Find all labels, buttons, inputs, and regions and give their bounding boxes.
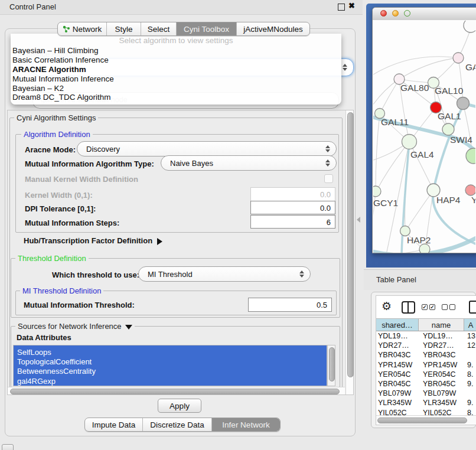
aracne-mode-combobox[interactable]: Discovery xyxy=(77,141,337,156)
tab-network[interactable]: Network xyxy=(58,22,106,35)
close-traffic-light-icon[interactable] xyxy=(380,10,387,17)
node-gcy1[interactable] xyxy=(373,186,381,197)
node-swi4[interactable] xyxy=(442,123,454,135)
list-item[interactable]: TopologicalCoefficient xyxy=(14,357,327,367)
which-threshold-combobox[interactable]: MI Threshold xyxy=(138,266,311,282)
scrollbar-thumb[interactable] xyxy=(377,418,467,423)
list-item[interactable]: BetweennessCentrality xyxy=(14,367,327,376)
node-hap2[interactable] xyxy=(400,226,410,236)
table-row[interactable]: YIL052CYIL052C8. xyxy=(376,408,476,416)
close-icon[interactable]: ✖ xyxy=(348,1,355,10)
network-edge[interactable] xyxy=(409,142,433,189)
network-edge[interactable] xyxy=(399,58,458,79)
sources-group-title[interactable]: Sources for Network Inference xyxy=(15,322,135,331)
control-panel-titlebar: Control Panel ✖ xyxy=(0,0,363,15)
table-row[interactable]: YPR145WYPR145W9. xyxy=(376,360,476,370)
table-row[interactable]: YDR27…YDR27…12 xyxy=(376,341,476,350)
hub-transcription-section[interactable]: Hub/Transcription Factor Definition xyxy=(24,236,162,245)
deselect-all-icon[interactable] xyxy=(442,304,455,310)
minimize-traffic-light-icon[interactable] xyxy=(392,10,399,17)
algorithm-option[interactable]: Basic Correlation Inference xyxy=(11,56,341,65)
network-canvas[interactable]: GALGAL80GAL10GAL1GAL11SWI4GAL4GCY1HAP4YH… xyxy=(373,20,476,253)
application-window: Control Panel ✖ Network Style Select Cyn… xyxy=(0,0,476,450)
table-row[interactable]: YDL19…YDL19…13 xyxy=(376,331,476,341)
table-panel-title: Table Panel xyxy=(376,275,416,284)
algorithm-dropdown-placeholder: Select algorithm to view settings xyxy=(11,35,341,46)
network-edge[interactable] xyxy=(406,190,433,230)
network-window-titlebar[interactable] xyxy=(373,8,476,21)
node-big-green[interactable] xyxy=(466,148,475,164)
split-columns-icon[interactable] xyxy=(402,301,415,314)
kernel-width-input[interactable]: 0.0 xyxy=(250,187,335,201)
algorithm-option[interactable]: ARACNE Algorithm xyxy=(11,65,341,74)
node-gal-pink[interactable] xyxy=(453,53,464,63)
node-top-partial[interactable] xyxy=(464,21,475,32)
table-function-icon-partial[interactable] xyxy=(469,301,476,314)
zoom-traffic-light-icon[interactable] xyxy=(404,10,410,17)
table-cell: 9. xyxy=(467,379,476,389)
tab-jactivemnodules[interactable]: jActiveMNodules xyxy=(236,22,309,35)
tab-impute-data[interactable]: Impute Data xyxy=(85,418,142,431)
table-cell: YBL079W xyxy=(423,389,467,398)
splitter-collapse-icon[interactable] xyxy=(357,217,360,223)
node-gal4[interactable] xyxy=(402,135,417,149)
settings-horizontal-scrollbar[interactable] xyxy=(8,387,345,394)
node-gray[interactable] xyxy=(457,97,470,110)
table-row[interactable]: YBR045CYBR045C9. xyxy=(376,379,476,389)
kernel-width-label: Kernel Width (0,1): xyxy=(25,191,93,200)
mi-threshold-input[interactable]: 0.5 xyxy=(248,298,332,312)
tab-infer-network[interactable]: Infer Network xyxy=(211,418,280,431)
table-horizontal-scrollbar[interactable] xyxy=(376,415,476,424)
scrollbar-thumb[interactable] xyxy=(329,347,335,381)
algorithm-option[interactable]: Dream8 DC_TDC Algorithm xyxy=(11,93,341,102)
gear-icon[interactable]: ⚙ xyxy=(382,299,392,313)
attributes-list-scrollbar[interactable] xyxy=(327,345,335,386)
table-row[interactable]: YBL079WYBL079W xyxy=(376,389,476,398)
algorithm-option[interactable]: Mutual Information Inference xyxy=(11,74,341,84)
node-label: GAL80 xyxy=(400,83,429,93)
select-all-icon[interactable]: ✓ ✓ xyxy=(422,304,435,310)
network-edge[interactable] xyxy=(376,113,380,190)
node-salmon[interactable] xyxy=(465,185,475,195)
table-cell: YLR345W xyxy=(376,398,423,407)
node-bottom-partial[interactable] xyxy=(419,244,430,253)
algorithm-option[interactable]: Bayesian – Hill Climbing xyxy=(11,46,341,56)
apply-button[interactable]: Apply xyxy=(158,399,201,413)
dpi-tolerance-input[interactable]: 0.0 xyxy=(250,201,335,214)
mi-algorithm-type-combobox[interactable]: Naive Bayes xyxy=(161,155,337,171)
tab-select[interactable]: Select xyxy=(141,22,176,35)
float-window-icon[interactable] xyxy=(338,4,345,11)
column-header[interactable]: shared… xyxy=(376,319,419,331)
combo-stepper-icon xyxy=(299,270,304,278)
list-item[interactable]: gal4RGexp xyxy=(14,377,327,386)
column-header[interactable]: A xyxy=(464,319,476,331)
tab-style[interactable]: Style xyxy=(106,22,141,35)
node-label: GAL4 xyxy=(410,149,434,159)
table-cell: YIL052C xyxy=(423,408,467,416)
mi-steps-input[interactable]: 6 xyxy=(250,215,335,229)
network-icon xyxy=(63,25,70,33)
table-row[interactable]: YBR043CYBR043C xyxy=(376,350,476,360)
network-edge[interactable] xyxy=(373,80,398,109)
network-edge[interactable] xyxy=(380,79,399,113)
list-item[interactable]: SelfLoops xyxy=(14,348,327,357)
settings-vertical-scrollbar[interactable] xyxy=(345,110,353,394)
tab-network-label: Network xyxy=(73,25,102,34)
network-edge[interactable] xyxy=(410,107,436,141)
tab-cyni-toolbox[interactable]: Cyni Toolbox xyxy=(176,22,236,35)
mi-algorithm-type-label: Mutual Information Algorithm Type: xyxy=(25,159,154,168)
table-row[interactable]: YER054CYER054C8. xyxy=(376,370,476,379)
scrollbar-thumb[interactable] xyxy=(10,389,340,394)
table-cell: YER054C xyxy=(423,370,467,379)
column-header[interactable]: name xyxy=(419,319,464,331)
expand-right-icon[interactable] xyxy=(157,238,162,245)
restore-panel-button[interactable] xyxy=(2,444,14,450)
table-row[interactable]: YLR345WYLR345W9. xyxy=(376,398,476,407)
algorithm-option[interactable]: Bayesian – K2 xyxy=(11,84,341,93)
manual-kernel-width-checkbox[interactable] xyxy=(324,174,333,183)
scrollbar-thumb[interactable] xyxy=(347,112,354,377)
data-attributes-list[interactable]: SelfLoopsTopologicalCoefficientBetweenne… xyxy=(13,345,327,386)
network-edge[interactable] xyxy=(458,58,463,103)
tab-discretize-data[interactable]: Discretize Data xyxy=(142,418,211,431)
collapse-down-icon[interactable] xyxy=(125,325,132,330)
